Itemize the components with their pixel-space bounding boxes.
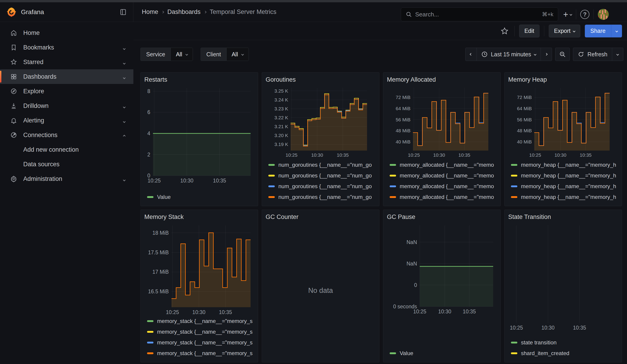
svg-text:10:30: 10:30: [311, 152, 323, 157]
chart-gc-pause[interactable]: NaNNaN00 seconds10:2510:3010:35Value: [387, 223, 497, 359]
breadcrumb-dashboards[interactable]: Dashboards: [167, 8, 201, 15]
share-button[interactable]: Share: [585, 25, 611, 37]
refresh-interval-dropdown[interactable]: [612, 48, 623, 61]
chart-gc-counter[interactable]: No data: [266, 223, 375, 359]
panel-title[interactable]: GC Counter: [266, 213, 375, 223]
bookmark-icon: [10, 44, 17, 51]
sidebar-item-connections[interactable]: Connections: [0, 128, 133, 142]
legend-item[interactable]: Value: [144, 192, 254, 202]
sidebar-toggle-icon[interactable]: [119, 8, 127, 16]
panel-title[interactable]: Goroutines: [266, 76, 375, 85]
legend-item[interactable]: memory_allocated {__name__="memo: [387, 170, 497, 181]
legend-label: Value: [157, 194, 171, 200]
chart-plot[interactable]: NaNNaN00 seconds10:2510:3010:35: [387, 223, 497, 314]
legend-item[interactable]: num_goroutines {__name__="num_go: [266, 181, 375, 192]
legend-item[interactable]: num_goroutines {__name__="num_go: [266, 192, 375, 202]
sidebar-item-dashboards[interactable]: Dashboards: [0, 69, 133, 84]
chart-memory-allocated[interactable]: 72 MiB64 MiB56 MiB48 MiB40 MiB10:2510:30…: [387, 85, 497, 202]
legend-item[interactable]: num_goroutines {__name__="num_go: [266, 170, 375, 181]
sidebar-item-explore[interactable]: Explore: [0, 84, 133, 99]
legend-swatch-icon: [147, 352, 154, 354]
sidebar-item-bookmarks[interactable]: Bookmarks: [0, 40, 133, 55]
export-button[interactable]: Export: [549, 25, 580, 37]
chart-plot[interactable]: 3.25 K3.24 K3.23 K3.22 K3.21 K3.20 K3.19…: [266, 85, 375, 157]
chevron-down-icon[interactable]: [123, 117, 125, 124]
breadcrumb-home[interactable]: Home: [142, 8, 158, 15]
legend-item[interactable]: memory_heap {__name__="memory_h: [508, 181, 618, 192]
legend-label: memory_allocated {__name__="memo: [400, 194, 494, 200]
legend-item[interactable]: memory_stack {__name__="memory_s: [144, 316, 254, 326]
legend-item[interactable]: memory_allocated {__name__="memo: [387, 159, 497, 170]
zoom-out-button[interactable]: [555, 48, 570, 61]
help-button[interactable]: ?: [580, 10, 589, 19]
connections-icon: [10, 132, 17, 138]
chart-goroutines[interactable]: 3.25 K3.24 K3.23 K3.22 K3.21 K3.20 K3.19…: [266, 85, 375, 202]
svg-text:NaN: NaN: [407, 239, 417, 245]
time-shift-forward-button[interactable]: [541, 48, 552, 61]
panel-title[interactable]: Memory Allocated: [387, 76, 497, 85]
plus-icon: +: [563, 10, 568, 19]
legend-item[interactable]: memory_heap {__name__="memory_h: [508, 192, 618, 202]
chevron-down-icon[interactable]: [123, 103, 125, 109]
legend-item[interactable]: memory_allocated {__name__="memo: [387, 192, 497, 202]
legend-item[interactable]: num_goroutines {__name__="num_go: [266, 159, 375, 170]
share-dropdown-button[interactable]: [611, 25, 622, 37]
drilldown-icon: [10, 103, 17, 109]
legend-item[interactable]: memory_stack {__name__="memory_s: [144, 337, 254, 348]
sidebar-item-administration[interactable]: Administration: [0, 171, 133, 186]
sidebar-item-add-new-connection[interactable]: Add new connection: [0, 142, 133, 157]
legend-item[interactable]: memory_stack {__name__="memory_s: [144, 326, 254, 337]
sidebar-item-data-sources[interactable]: Data sources: [0, 157, 133, 171]
gear-icon: [10, 175, 17, 182]
svg-text:64 MiB: 64 MiB: [517, 106, 532, 111]
edit-button[interactable]: Edit: [519, 25, 539, 37]
svg-text:18 MiB: 18 MiB: [152, 230, 169, 236]
legend-item[interactable]: memory_stack {__name__="memory_s: [144, 348, 254, 359]
sidebar-item-drilldown[interactable]: Drilldown: [0, 99, 133, 113]
chart-legend: memory_stack {__name__="memory_smemory_s…: [144, 316, 254, 359]
legend-item[interactable]: shard_item_created: [508, 348, 618, 359]
chart-state-transition[interactable]: 10:2510:3010:35state transitionshard_ite…: [508, 223, 618, 359]
chart-restarts[interactable]: 8642010:2510:3010:35Value: [144, 85, 254, 202]
star-icon[interactable]: [501, 27, 508, 35]
time-range-picker[interactable]: Last 15 minutes: [476, 48, 541, 61]
chevron-down-icon[interactable]: [123, 44, 125, 51]
add-button[interactable]: +: [563, 10, 572, 19]
share-label: Share: [590, 28, 606, 34]
panel-title[interactable]: Memory Heap: [508, 76, 618, 85]
chevron-down-icon[interactable]: [123, 175, 125, 182]
refresh-button[interactable]: Refresh: [573, 48, 612, 61]
chart-plot[interactable]: 10:2510:3010:35: [508, 223, 618, 330]
legend-item[interactable]: Value: [387, 348, 497, 359]
chart-plot[interactable]: 72 MiB64 MiB56 MiB48 MiB40 MiB10:2510:30…: [508, 85, 618, 157]
chevron-down-icon[interactable]: [123, 73, 125, 80]
chart-plot[interactable]: 72 MiB64 MiB56 MiB48 MiB40 MiB10:2510:30…: [387, 85, 497, 157]
sidebar-item-starred[interactable]: Starred: [0, 55, 133, 69]
legend-item[interactable]: memory_allocated {__name__="memo: [387, 181, 497, 192]
chart-memory-stack[interactable]: 18 MiB17.5 MiB17 MiB16.5 MiB10:2510:3010…: [144, 223, 254, 359]
panel-title[interactable]: GC Pause: [387, 213, 497, 223]
sidebar-item-alerting[interactable]: Alerting: [0, 113, 133, 128]
client-filter-select[interactable]: All: [226, 48, 249, 61]
service-filter-label: Service: [141, 48, 170, 61]
search-input[interactable]: Search... ⌘+k: [401, 7, 558, 21]
chart-memory-heap[interactable]: 72 MiB64 MiB56 MiB48 MiB40 MiB10:2510:30…: [508, 85, 618, 202]
chevron-down-icon[interactable]: [123, 59, 125, 66]
chart-plot[interactable]: 8642010:2510:3010:35: [144, 85, 254, 183]
svg-text:17.5 MiB: 17.5 MiB: [148, 250, 169, 256]
legend-label: memory_heap {__name__="memory_h: [521, 172, 616, 179]
sidebar-item-home[interactable]: Home: [0, 26, 133, 40]
panel-title[interactable]: State Transition: [508, 213, 618, 223]
service-filter-select[interactable]: All: [170, 48, 193, 61]
grafana-logo-icon[interactable]: [6, 7, 16, 17]
legend-item[interactable]: state transition: [508, 337, 618, 348]
legend-item[interactable]: memory_heap {__name__="memory_h: [508, 170, 618, 181]
chevron-up-icon[interactable]: [123, 132, 125, 139]
time-shift-back-button[interactable]: [466, 48, 476, 61]
legend-item[interactable]: memory_heap {__name__="memory_h: [508, 159, 618, 170]
sidebar-item-label: Connections: [23, 132, 57, 139]
chart-plot[interactable]: 18 MiB17.5 MiB17 MiB16.5 MiB10:2510:3010…: [144, 223, 254, 315]
panel-title[interactable]: Memory Stack: [144, 213, 254, 223]
panel-title[interactable]: Restarts: [144, 76, 254, 85]
avatar[interactable]: [598, 9, 609, 20]
